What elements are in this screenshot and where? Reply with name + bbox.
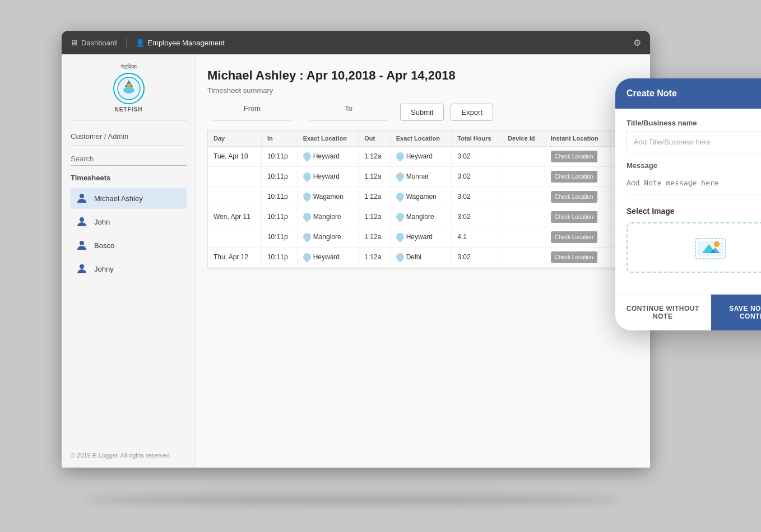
cell-device-id xyxy=(502,227,545,247)
main-content: नेटफिश NETFISH Customer / Admin Timeshee… xyxy=(62,54,650,468)
cell-in-time: 10:11p xyxy=(261,166,297,186)
page-subtitle: Timesheet summary xyxy=(207,86,639,95)
cell-instant-location: Check Location xyxy=(545,146,610,166)
check-location-button[interactable]: Check Location xyxy=(551,251,597,263)
cell-in-location: Heyward xyxy=(297,166,359,186)
pin-icon-out xyxy=(395,211,406,222)
avatar-johny xyxy=(75,262,89,276)
image-upload-area[interactable] xyxy=(627,222,761,273)
cell-day xyxy=(208,227,262,247)
table-row: 10:11p Manglore 1:12a Heyward 4.1Check L… xyxy=(208,227,639,247)
location-cell-in: Heyward xyxy=(303,253,353,261)
cell-total-hours: 3:02 xyxy=(452,146,502,166)
export-button[interactable]: Export xyxy=(451,104,493,121)
cell-out-location: Heyward xyxy=(390,227,452,247)
table-row: Tue, Apr 1010:11p Heyward 1:12a Heyward … xyxy=(208,146,639,166)
out-location-text: Heyward xyxy=(406,233,433,241)
cell-device-id xyxy=(502,146,545,166)
cell-instant-location: Check Location xyxy=(545,207,610,227)
pin-icon-out xyxy=(395,191,406,202)
sidebar-item-john[interactable]: John xyxy=(71,211,187,232)
cell-day: Wen, Apr 11 xyxy=(208,207,262,227)
to-date-underline xyxy=(309,115,388,120)
cell-day xyxy=(208,166,262,186)
avatar-john xyxy=(75,215,89,228)
save-note-continue-button[interactable]: SAVE NOTE AND CONTINUE xyxy=(711,295,762,330)
cell-instant-location: Check Location xyxy=(545,227,610,247)
title-business-placeholder: Add Title/Business here xyxy=(634,138,711,146)
employee-management-label: Employee Management xyxy=(148,39,225,47)
continue-without-note-button[interactable]: CONTINUE WITHOUT NOTE xyxy=(615,295,711,330)
check-location-button[interactable]: Check Location xyxy=(551,211,597,223)
cell-device-id xyxy=(502,166,545,186)
check-location-button[interactable]: Check Location xyxy=(551,171,597,183)
check-location-button[interactable]: Check Location xyxy=(551,231,597,243)
cell-instant-location: Check Location xyxy=(545,166,610,186)
location-cell-out: Munnar xyxy=(396,172,446,180)
people-icon: 👤 xyxy=(136,39,145,47)
check-location-button[interactable]: Check Location xyxy=(551,191,597,203)
svg-point-4 xyxy=(80,194,84,198)
from-date-underline xyxy=(213,115,291,120)
nav-dashboard[interactable]: 🖥 Dashboard xyxy=(71,39,117,47)
sidebar-item-bosco[interactable]: Bosco xyxy=(71,235,187,256)
pin-icon-in xyxy=(301,171,313,182)
table-header-row: Day In Exact Location Out Exact Location… xyxy=(208,130,639,146)
logo-circle xyxy=(113,73,145,104)
cell-out-time: 1:12a xyxy=(359,166,390,186)
pin-icon-in xyxy=(301,191,313,202)
pin-icon-in xyxy=(301,251,313,263)
cell-device-id xyxy=(502,247,545,267)
in-location-text: Heyward xyxy=(313,253,340,261)
cell-device-id xyxy=(502,207,545,227)
sidebar-item-johny[interactable]: Johny xyxy=(71,258,187,279)
sidebar-item-michael-ashley[interactable]: Michael Ashley xyxy=(71,188,187,209)
col-device-id: Device Id xyxy=(502,130,545,146)
cell-total-hours: 3:02 xyxy=(452,186,502,207)
table-body: Tue, Apr 1010:11p Heyward 1:12a Heyward … xyxy=(208,146,639,267)
controls-row: From To Submit Export xyxy=(207,104,639,121)
cell-in-location: Manglore xyxy=(297,207,359,227)
cell-instant-location: Check Location xyxy=(545,186,610,207)
employee-name-michael-ashley: Michael Ashley xyxy=(94,194,143,203)
employee-name-bosco: Bosco xyxy=(94,241,114,250)
brand-name: NETFISH xyxy=(115,106,143,113)
cell-out-location: Munnar xyxy=(390,166,452,186)
message-input[interactable] xyxy=(627,174,761,194)
out-location-text: Delhi xyxy=(406,253,421,261)
submit-button[interactable]: Submit xyxy=(400,104,444,121)
nav-divider xyxy=(126,38,127,48)
timesheets-section-title: Timesheets xyxy=(71,174,187,182)
cell-total-hours: 4.1 xyxy=(452,227,502,247)
search-input[interactable] xyxy=(71,152,187,166)
laptop-frame: 🖥 Dashboard 👤 Employee Management ⚙ नेटफ… xyxy=(62,31,650,468)
location-cell-in: Manglore xyxy=(303,233,353,241)
location-cell-in: Heyward xyxy=(303,152,353,160)
table-row: Wen, Apr 1110:11p Manglore 1:12a Manglor… xyxy=(208,207,639,227)
cell-out-time: 1:12a xyxy=(359,186,390,207)
cell-instant-location: Check Location xyxy=(545,247,610,267)
col-day: Day xyxy=(208,130,262,146)
out-location-text: Munnar xyxy=(406,172,429,180)
phone-modal-title: Create Note xyxy=(627,88,677,99)
in-location-text: Manglore xyxy=(313,233,341,241)
table-row: 10:11p Heyward 1:12a Munnar 3:02Check Lo… xyxy=(208,166,639,186)
in-location-text: Wagamon xyxy=(313,193,344,200)
table-row: Thu, Apr 1210:11p Heyward 1:12a Delhi 3:… xyxy=(208,247,639,267)
cell-out-location: Wagamon xyxy=(390,186,452,207)
cell-in-location: Manglore xyxy=(297,227,359,247)
location-cell-out: Manglore xyxy=(396,213,446,221)
settings-gear-icon[interactable]: ⚙ xyxy=(633,38,641,48)
pin-icon-out xyxy=(395,251,406,263)
cell-out-time: 1:12a xyxy=(359,227,390,247)
location-cell-out: Heyward xyxy=(396,233,446,241)
check-location-button[interactable]: Check Location xyxy=(551,151,597,162)
cell-in-time: 10:11p xyxy=(261,247,297,267)
phone-mockup: Create Note SKIP Title/Business name Add… xyxy=(615,78,761,330)
laptop-shadow xyxy=(84,494,622,505)
nav-employee-management[interactable]: 👤 Employee Management xyxy=(136,39,225,47)
page-title: Michael Ashley : Apr 10,2018 - Apr 14,20… xyxy=(207,68,639,84)
cell-out-location: Heyward xyxy=(390,146,452,166)
title-business-dropdown[interactable]: Add Title/Business here ▾ xyxy=(627,132,761,152)
cell-device-id xyxy=(502,186,545,207)
